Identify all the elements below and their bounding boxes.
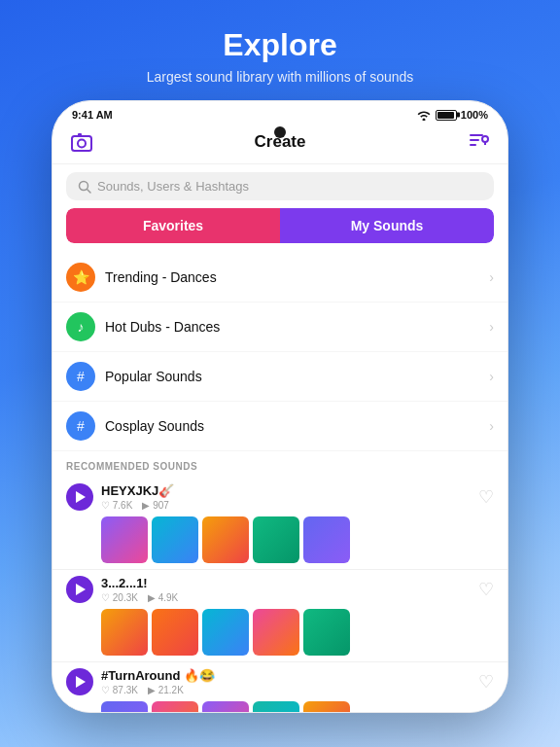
thumbnail (101, 516, 148, 563)
play-icon (76, 584, 86, 595)
sound-top-row: HEYXJKJ🎸 ♡ 7.6K ▶ 907 ♡ (66, 483, 494, 511)
hero-section: Explore Largest sound library with milli… (0, 0, 560, 100)
svg-point-1 (78, 140, 86, 148)
sound-card-2: 3...2...1! ♡ 20.3K ▶ 4.9K ♡ (52, 570, 508, 662)
play-button-3[interactable] (66, 668, 93, 695)
category-label-trending: Trending - Dances (105, 269, 489, 285)
thumbnail (202, 516, 249, 563)
thumbnail (152, 609, 198, 656)
camera-button[interactable] (68, 128, 95, 156)
sound-title-1: HEYXJKJ🎸 (101, 483, 478, 498)
thumbnail (303, 516, 350, 563)
music-settings-button[interactable] (465, 128, 492, 156)
category-icon-trending: ⭐ (66, 263, 95, 292)
hero-subtitle: Largest sound library with millions of s… (19, 69, 541, 85)
thumbnail (101, 609, 148, 656)
sound-info-2: 3...2...1! ♡ 20.3K ▶ 4.9K (101, 576, 478, 603)
device-frame: 9:41 AM 100% Create (52, 100, 508, 713)
play-button-2[interactable] (66, 576, 93, 603)
category-label-cosplay: Cosplay Sounds (105, 418, 489, 434)
chevron-icon: › (489, 418, 494, 434)
thumbnail (303, 609, 350, 656)
category-list: ⭐ Trending - Dances › ♪ Hot Dubs - Dance… (52, 253, 508, 451)
plays-3: ▶ 21.2K (148, 685, 184, 695)
sound-top-row: #TurnAround 🔥😂 ♡ 87.3K ▶ 21.2K ♡ (66, 668, 494, 695)
likes-1: ♡ 7.6K (101, 500, 132, 511)
chevron-icon: › (489, 319, 494, 335)
thumbnail (253, 516, 299, 563)
recommended-section-header: RECOMMENDED SOUNDS (52, 451, 508, 478)
category-icon-popular: # (66, 362, 95, 391)
sound-info-1: HEYXJKJ🎸 ♡ 7.6K ▶ 907 (101, 483, 478, 511)
thumbnail (152, 701, 198, 713)
camera-icon (70, 130, 93, 154)
sound-info-3: #TurnAround 🔥😂 ♡ 87.3K ▶ 21.2K (101, 668, 478, 695)
sound-top-row: 3...2...1! ♡ 20.3K ▶ 4.9K ♡ (66, 576, 494, 603)
sound-stats-1: ♡ 7.6K ▶ 907 (101, 500, 478, 511)
wifi-icon (416, 109, 432, 121)
favorite-button-3[interactable]: ♡ (478, 671, 494, 693)
thumbnail (152, 516, 198, 563)
hero-title: Explore (19, 27, 541, 63)
category-label-popular: Popular Sounds (105, 369, 489, 384)
thumbnail (253, 701, 299, 713)
likes-2: ♡ 20.3K (101, 592, 138, 603)
play-button-1[interactable] (66, 483, 93, 511)
battery-percent: 100% (461, 109, 488, 121)
play-icon (76, 676, 86, 688)
thumbnail-row-2 (101, 609, 494, 656)
likes-3: ♡ 87.3K (101, 685, 138, 695)
category-item-popular-sounds[interactable]: # Popular Sounds › (52, 352, 508, 402)
tab-favorites[interactable]: Favorites (66, 208, 280, 243)
svg-point-6 (482, 136, 488, 142)
category-item-trending-dances[interactable]: ⭐ Trending - Dances › (52, 253, 508, 302)
favorite-button-1[interactable]: ♡ (478, 486, 494, 508)
sound-card-1: HEYXJKJ🎸 ♡ 7.6K ▶ 907 ♡ (52, 478, 508, 570)
status-right: 100% (416, 109, 488, 121)
category-item-hot-dubs[interactable]: ♪ Hot Dubs - Dances › (52, 302, 508, 352)
category-icon-cosplay: # (66, 411, 95, 441)
svg-line-9 (88, 189, 91, 193)
svg-rect-2 (78, 133, 82, 136)
category-item-cosplay-sounds[interactable]: # Cosplay Sounds › (52, 402, 508, 451)
thumbnail (253, 609, 299, 656)
thumbnail-row-3 (101, 701, 494, 713)
category-label-hotdubs: Hot Dubs - Dances (105, 319, 489, 335)
favorite-button-2[interactable]: ♡ (478, 579, 494, 600)
svg-rect-4 (470, 139, 479, 141)
search-placeholder: Sounds, Users & Hashtags (97, 179, 249, 194)
sound-title-3: #TurnAround 🔥😂 (101, 668, 478, 683)
thumbnail (202, 701, 249, 713)
music-settings-icon (467, 130, 490, 154)
chevron-icon: › (489, 369, 494, 384)
plays-2: ▶ 4.9K (148, 592, 178, 603)
sound-stats-2: ♡ 20.3K ▶ 4.9K (101, 592, 478, 603)
svg-rect-3 (470, 134, 483, 136)
tab-row: Favorites My Sounds (66, 208, 494, 243)
sound-stats-3: ♡ 87.3K ▶ 21.2K (101, 685, 478, 695)
thumbnail-row-1 (101, 516, 494, 563)
status-bar: 9:41 AM 100% (52, 101, 508, 124)
sound-title-2: 3...2...1! (101, 576, 478, 590)
tab-mysounds[interactable]: My Sounds (280, 208, 494, 243)
main-content: Sounds, Users & Hashtags Favorites My So… (52, 164, 508, 713)
sound-card-3: #TurnAround 🔥😂 ♡ 87.3K ▶ 21.2K ♡ (52, 662, 508, 713)
status-time: 9:41 AM (72, 109, 113, 121)
thumbnail (202, 609, 249, 656)
thumbnail (303, 701, 350, 713)
svg-rect-0 (72, 136, 91, 151)
plays-1: ▶ 907 (142, 500, 168, 511)
search-bar[interactable]: Sounds, Users & Hashtags (66, 172, 494, 200)
chevron-icon: › (489, 269, 494, 285)
battery-icon (436, 110, 457, 121)
camera-notch (274, 126, 286, 138)
category-icon-hotdubs: ♪ (66, 312, 95, 341)
play-icon (76, 491, 86, 503)
thumbnail (101, 701, 148, 713)
search-icon (78, 180, 91, 194)
svg-rect-5 (470, 144, 476, 146)
